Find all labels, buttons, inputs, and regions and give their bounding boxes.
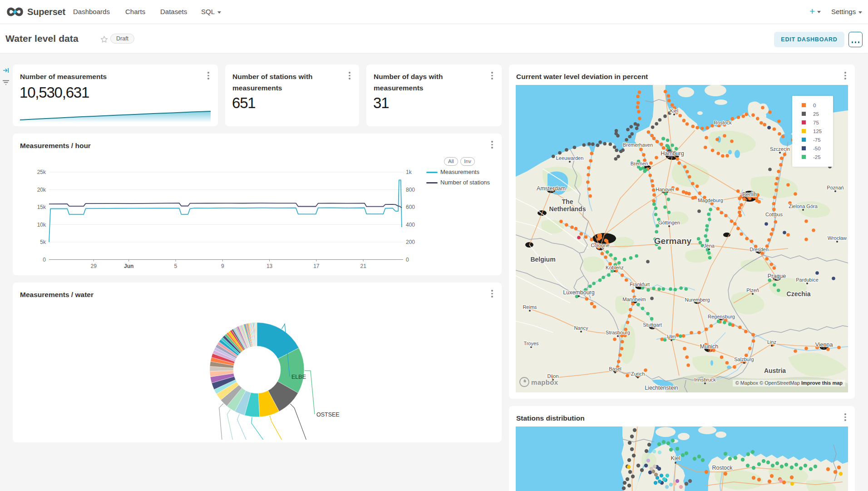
svg-text:9: 9 [221,263,224,269]
svg-text:0: 0 [43,257,46,263]
svg-text:0: 0 [406,257,409,263]
svg-text:Plzeň: Plzeň [746,288,759,293]
svg-text:5k: 5k [40,239,46,245]
svg-text:The: The [562,198,573,205]
svg-text:Innsbruck: Innsbruck [694,377,716,382]
svg-text:Zielona Góra: Zielona Góra [789,203,818,209]
svg-text:1k: 1k [406,169,412,175]
chart-menu-kebab-icon[interactable] [842,72,848,82]
card-number-of-days: Number of days with measurements 31 [366,64,502,126]
chart-menu-kebab-icon[interactable] [205,72,212,82]
svg-text:13: 13 [266,263,273,269]
svg-text:Zurich: Zurich [631,371,645,377]
legend-color-swatch [802,129,806,133]
svg-text:Jun: Jun [124,263,133,269]
filter-icon[interactable] [2,79,10,86]
svg-text:Austria: Austria [764,367,786,374]
legend-label: 25 [813,111,819,117]
nav-item-sql[interactable]: SQL [201,0,221,24]
chart-title: Number of measurements [20,71,192,82]
svg-text:Pardubice: Pardubice [796,277,819,283]
nav-new-dropdown[interactable]: + [809,0,821,24]
improve-map-link: Improve this map [801,380,843,386]
favorite-star-icon[interactable] [100,35,108,43]
card-measurements-per-water: Measurements / water ELBEOSTSEENORDSEEWE… [13,283,502,442]
nav-item-charts[interactable]: Charts [125,0,145,24]
card-measurements-per-hour: Measurements / hour 005k20010k40015k6002… [13,134,502,275]
svg-text:20k: 20k [37,187,46,193]
chart-menu-kebab-icon[interactable] [842,413,848,423]
svg-text:Cottbus: Cottbus [765,212,783,217]
svg-text:Kiel: Kiel [670,108,678,114]
svg-text:Salzburg: Salzburg [734,357,754,362]
svg-text:Stuttgart: Stuttgart [643,322,662,327]
svg-text:Rostock: Rostock [712,465,733,471]
ellipsis-icon [849,41,862,43]
map-legend-item: 25 [792,109,833,118]
caret-down-icon [817,11,821,13]
svg-text:200: 200 [406,239,415,245]
svg-text:Wrocław: Wrocław [828,235,847,241]
draft-badge: Draft [110,34,134,44]
svg-text:Linz: Linz [767,339,776,345]
edit-dashboard-button[interactable]: EDIT DASHBOARD [774,32,844,47]
legend-label: 75 [813,120,819,125]
chart-menu-kebab-icon[interactable] [489,141,495,151]
donut-chart: ELBEOSTSEENORDSEEWESEREMSJADENORD-OSTSEE… [20,299,494,440]
superset-logo[interactable]: Superset [6,6,65,18]
map-legend-item: 0 [792,101,833,109]
svg-text:Bremerhaven: Bremerhaven [623,142,653,148]
svg-text:Reims: Reims [523,304,537,310]
mapbox-logo[interactable]: mapbox [519,377,558,387]
legend-label: -25 [813,154,821,160]
svg-text:17: 17 [313,263,320,269]
chart-title: Stations distribution [516,412,585,424]
map-legend-item: -75 [792,135,833,144]
legend-line-swatch [426,182,438,184]
svg-text:Vienna: Vienna [815,342,833,348]
legend-label: 125 [813,129,822,134]
map-attribution[interactable]: © Mapbox © OpenStreetMap Improve this ma… [733,380,845,387]
svg-text:Frankfurt: Frankfurt [630,282,650,287]
expand-filter-bar-icon[interactable] [3,67,9,74]
card-number-of-stations: Number of stations with measurements 651 [225,64,359,126]
svg-text:Magdeburg: Magdeburg [698,198,723,203]
map-viewport[interactable]: KielRostock [516,427,848,491]
svg-text:Munich: Munich [700,343,718,350]
svg-text:15k: 15k [37,204,46,210]
header-more-button[interactable] [848,32,863,47]
svg-text:Mannheim: Mannheim [622,297,646,302]
legend-item-measurements[interactable]: Measurements [426,169,479,175]
svg-text:Dresden: Dresden [750,247,769,252]
svg-text:Cologne: Cologne [591,243,610,248]
map-viewport[interactable]: KielRostockSzczecinLeeuwardenBremerhaven… [516,85,848,392]
legend-color-swatch [802,146,806,150]
nav-settings-dropdown[interactable]: Settings [831,0,862,24]
svg-text:Berlin: Berlin [742,191,757,198]
svg-text:Kiel: Kiel [671,455,681,461]
nav-item-dashboards[interactable]: Dashboards [73,0,110,24]
chart-menu-kebab-icon[interactable] [489,72,495,82]
chart-title: Number of days with measurements [374,71,478,94]
legend-item-number-of-stations[interactable]: Number of stations [426,179,490,186]
big-number-value: 31 [373,94,389,112]
stations-map: KielRostock [516,427,848,491]
nav-item-datasets[interactable]: Datasets [160,0,187,24]
svg-text:600: 600 [406,204,415,210]
svg-text:Belgium: Belgium [530,256,555,263]
chart-menu-kebab-icon[interactable] [489,290,495,300]
chart-menu-kebab-icon[interactable] [346,72,353,82]
big-number-value: 10,530,631 [20,84,89,101]
svg-text:10k: 10k [37,222,46,228]
legend-inv-button[interactable]: Inv [460,157,475,166]
page-title: Water level data [5,33,79,44]
svg-text:Netherlands: Netherlands [549,205,586,213]
svg-text:Rostock: Rostock [714,120,732,125]
map-legend-item: 75 [792,118,833,127]
dashboard-header: Water level data Draft EDIT DASHBOARD [0,24,868,54]
svg-text:21: 21 [360,263,367,269]
svg-text:400: 400 [406,222,415,228]
svg-text:Nuremberg: Nuremberg [685,297,710,303]
legend-all-button[interactable]: All [444,157,458,166]
svg-text:25k: 25k [37,169,46,175]
